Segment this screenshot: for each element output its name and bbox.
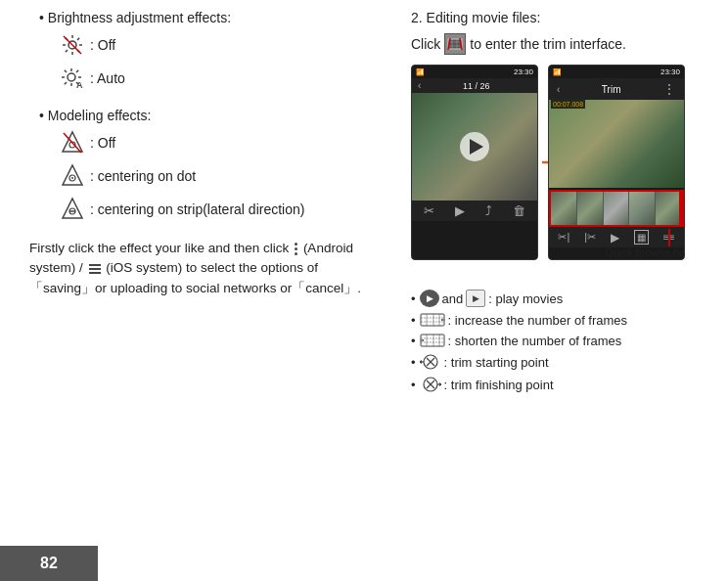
svg-rect-45 (421, 335, 444, 346)
phone2-nav: ‹ Trim ⋮ (549, 78, 684, 100)
svg-text:A: A (76, 80, 83, 90)
bullet-increase-frames-label: : increase the number of frames (448, 313, 628, 328)
quick-browse-container: Quick browse bar (605, 229, 685, 258)
trim-timestamp: 00:07.008 (551, 100, 585, 109)
bullet-play-movies: • ▶ and ▶ : play movies (411, 290, 714, 307)
phone2-wifi-icon: 📶 (553, 68, 562, 76)
page-number-bar: 82 (0, 546, 98, 581)
svg-marker-61 (439, 382, 441, 386)
bullet-dot-1: • (411, 291, 416, 306)
toolbar-share-icon[interactable]: ⤴ (485, 203, 492, 218)
decrease-frames-icon (420, 333, 445, 348)
right-column: 2. Editing movie files: Click to enter t… (411, 10, 714, 398)
trim-button-icon[interactable] (444, 33, 466, 55)
film-frame-2 (577, 192, 604, 225)
brightness-off-item: : Off (59, 31, 382, 59)
trim-cut-icon[interactable]: ✂| (558, 231, 569, 244)
brightness-auto-label: : Auto (90, 70, 125, 86)
phone1-nav: ‹ 11 / 26 (412, 78, 537, 93)
editing-title-text: 2. Editing movie files: (411, 10, 540, 25)
bullet-dot-2: • (411, 313, 416, 328)
phone2-time: 23:30 (660, 67, 680, 76)
trim-cut2-icon[interactable]: |✂ (584, 231, 596, 244)
modeling-center-strip-icon (59, 196, 86, 223)
svg-rect-38 (421, 314, 444, 326)
phone1-statusbar: 📶 23:30 (412, 66, 537, 78)
click-suffix: to enter the trim interface. (470, 36, 626, 52)
phone1-time: 23:30 (514, 67, 533, 76)
svg-line-17 (76, 70, 78, 72)
phone-screen-2: 📶 23:30 ‹ Trim ⋮ 00:07.008 (548, 65, 685, 260)
brightness-title: • Brightness adjustment effects: (39, 10, 382, 25)
film-frame-5 (656, 192, 682, 225)
paragraph: Firstly click the effect your like and t… (29, 239, 382, 298)
trim-filmstrip (549, 190, 684, 227)
modeling-off-icon (59, 129, 86, 156)
trim-end-icon (420, 376, 441, 393)
svg-line-7 (77, 38, 79, 40)
bullet-trim-start: • : trim starting point (411, 353, 714, 371)
click-line: Click to enter the trim interface. (411, 33, 714, 55)
trim-right-handle[interactable] (679, 192, 682, 225)
phone1-toolbar: ✂ ▶ ⤴ 🗑 (412, 201, 537, 221)
film-frame-1 (551, 192, 577, 225)
toolbar-trash-icon[interactable]: 🗑 (513, 203, 525, 218)
bullet-list-right: • ▶ and ▶ : play movies • (411, 290, 714, 393)
increase-frames-icon (420, 312, 445, 328)
bullet-dot-4: • (411, 355, 416, 370)
modeling-title: • Modeling effects: (39, 108, 382, 123)
svg-line-18 (65, 82, 67, 84)
svg-point-25 (71, 177, 73, 179)
modeling-center-strip-item: : centering on strip(lateral direction) (59, 196, 382, 223)
brightness-auto-icon: A (59, 65, 86, 92)
film-frame-4 (629, 192, 656, 225)
phone2-content: 00:07.008 (549, 100, 684, 188)
editing-title: 2. Editing movie files: (411, 10, 714, 25)
quick-browse-line (668, 229, 670, 246)
phone2-menu-icon[interactable]: ⋮ (662, 81, 676, 97)
phone-screenshots-container: 📶 23:30 ‹ 11 / 26 ✂ ▶ ⤴ 🗑 (411, 65, 714, 260)
svg-line-8 (66, 50, 68, 52)
phone1-play-btn[interactable] (460, 132, 489, 161)
play-circle-icon: ▶ (420, 290, 439, 307)
film-frame-3 (604, 192, 630, 225)
bullet-decrease-frames: • : shorten the number of frames (411, 333, 714, 348)
modeling-title-text: • Modeling effects: (39, 108, 151, 123)
quick-browse-label: Quick browse bar (605, 246, 685, 258)
modeling-center-dot-item: : centering on dot (59, 162, 382, 190)
filmstrip-container: Quick browse bar (549, 190, 684, 227)
bullet-trim-end: • : trim finishing point (411, 376, 714, 393)
bullet-dot-3: • (411, 334, 416, 348)
phone2-nav-label: Trim (560, 84, 662, 95)
bullet-and-text: and (442, 291, 464, 306)
brightness-auto-item: A : Auto (59, 65, 382, 92)
bullet-play-label: : play movies (488, 291, 563, 306)
page-number: 82 (40, 555, 58, 572)
bullet-decrease-frames-label: : shorten the number of frames (448, 334, 622, 348)
brightness-off-icon (59, 31, 86, 59)
svg-point-10 (68, 73, 75, 81)
toolbar-scissors-icon[interactable]: ✂ (424, 203, 434, 218)
left-column: • Brightness adjustment effects: : Off (29, 10, 382, 298)
modeling-off-label: : Off (90, 135, 115, 151)
play-right-icon: ▶ (466, 290, 485, 307)
three-dots-icon (295, 243, 297, 255)
bullet-trim-end-label: : trim finishing point (444, 378, 554, 392)
paragraph-text-part1: Firstly click the effect your like and t… (29, 241, 293, 255)
menu-icon (89, 264, 101, 274)
brightness-title-text: • Brightness adjustment effects: (39, 10, 231, 25)
modeling-section: • Modeling effects: : Off : centerin (29, 108, 382, 223)
phone1-wifi-icon: 📶 (416, 68, 425, 76)
svg-marker-56 (420, 360, 422, 364)
trim-start-icon (420, 353, 441, 371)
phone2-statusbar: 📶 23:30 (549, 66, 684, 78)
phone-screen-1: 📶 23:30 ‹ 11 / 26 ✂ ▶ ⤴ 🗑 (411, 65, 538, 260)
bullet-trim-start-label: : trim starting point (444, 355, 549, 370)
modeling-center-dot-label: : centering on dot (90, 168, 196, 184)
toolbar-play-icon[interactable]: ▶ (455, 203, 465, 218)
bullet-dot-5: • (411, 378, 416, 392)
svg-line-15 (65, 70, 67, 72)
click-text: Click (411, 36, 440, 52)
phone1-content (412, 93, 537, 201)
phone1-nav-label: 11 / 26 (421, 81, 531, 91)
